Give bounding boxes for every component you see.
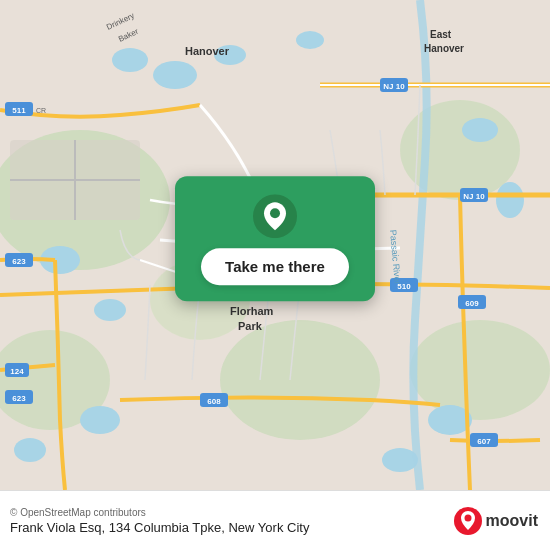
svg-point-54 [464, 514, 471, 521]
svg-text:NJ 10: NJ 10 [463, 192, 485, 201]
svg-text:Hanover: Hanover [185, 45, 230, 57]
svg-point-8 [153, 61, 197, 89]
svg-text:511: 511 [12, 106, 26, 115]
svg-point-13 [462, 118, 498, 142]
svg-text:623: 623 [12, 257, 26, 266]
svg-text:CR: CR [36, 107, 46, 114]
svg-point-7 [112, 48, 148, 72]
svg-point-10 [296, 31, 324, 49]
svg-point-14 [496, 182, 524, 218]
svg-text:East: East [430, 29, 452, 40]
moovit-logo-icon [454, 507, 482, 535]
svg-text:607: 607 [477, 437, 491, 446]
svg-text:623: 623 [12, 394, 26, 403]
svg-point-18 [14, 438, 46, 462]
svg-point-17 [80, 406, 120, 434]
footer-info: © OpenStreetMap contributors Frank Viola… [10, 507, 309, 535]
svg-text:124: 124 [10, 367, 24, 376]
navigation-card[interactable]: Take me there [175, 176, 375, 301]
footer: © OpenStreetMap contributors Frank Viola… [0, 490, 550, 550]
svg-text:Florham: Florham [230, 305, 274, 317]
svg-text:609: 609 [465, 299, 479, 308]
moovit-brand-name: moovit [486, 512, 538, 530]
destination-label: Frank Viola Esq, 134 Columbia Tpke, New … [10, 520, 309, 535]
svg-point-3 [220, 320, 380, 440]
location-pin-icon [253, 194, 297, 238]
moovit-brand: moovit [454, 507, 538, 535]
osm-attribution: © OpenStreetMap contributors [10, 507, 309, 518]
svg-text:Hanover: Hanover [424, 43, 464, 54]
svg-text:NJ 10: NJ 10 [383, 82, 405, 91]
svg-point-12 [94, 299, 126, 321]
take-me-there-button[interactable]: Take me there [201, 248, 349, 285]
svg-point-52 [270, 208, 280, 218]
map-container: 511 CR NJ 10 NJ 10 510 623 623 609 608 6… [0, 0, 550, 490]
svg-text:Park: Park [238, 320, 263, 332]
svg-text:608: 608 [207, 397, 221, 406]
